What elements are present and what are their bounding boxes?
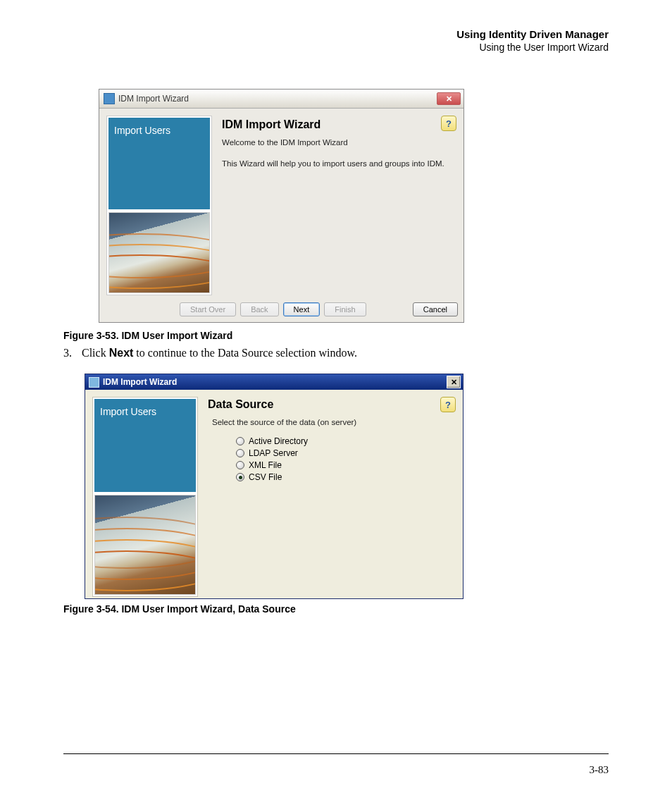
close-icon: ✕	[451, 378, 457, 387]
help-icon: ?	[445, 400, 451, 410]
wizard-description-text: This Wizard will help you to import user…	[222, 159, 452, 168]
next-button[interactable]: Next	[283, 302, 321, 316]
figure-1-caption: Figure 3-53. IDM User Import Wizard	[63, 330, 609, 341]
radio-option-ldap-server[interactable]: LDAP Server	[236, 448, 452, 458]
sidebar-title: Import Users	[114, 125, 170, 136]
footer-rule	[63, 753, 609, 754]
window-title: IDM Import Wizard	[118, 94, 189, 104]
radio-label: CSV File	[249, 472, 282, 482]
radio-icon	[236, 473, 244, 481]
step-number: 3.	[63, 347, 72, 359]
radio-icon	[236, 437, 244, 445]
sidebar-decorative-image	[94, 495, 196, 595]
radio-label: Active Directory	[249, 436, 308, 446]
wizard-heading: Data Source	[208, 398, 452, 411]
page-number: 3-83	[63, 764, 609, 776]
radio-option-xml-file[interactable]: XML File	[236, 460, 452, 470]
page-footer: 3-83	[63, 748, 609, 776]
step-text-post: to continue to the Data Source selection…	[133, 347, 357, 359]
help-button[interactable]: ?	[440, 397, 456, 412]
app-icon	[89, 377, 99, 388]
titlebar: IDM Import Wizard ✕	[85, 374, 463, 390]
close-button[interactable]: ✕	[437, 92, 461, 105]
radio-option-active-directory[interactable]: Active Directory	[236, 436, 452, 446]
sidebar-title: Import Users	[100, 406, 156, 417]
header-title: Using Identity Driven Manager	[63, 28, 609, 42]
radio-icon	[236, 461, 244, 469]
help-icon: ?	[446, 118, 452, 129]
radio-label: XML File	[249, 460, 282, 470]
close-icon: ✕	[446, 94, 452, 104]
wizard-main-panel: ? Data Source Select the source of the d…	[198, 397, 456, 597]
finish-button: Finish	[324, 302, 366, 316]
instruction-step-3: 3. Click Next to continue to the Data So…	[63, 347, 609, 359]
radio-icon	[236, 449, 244, 457]
wizard-dialog-1: IDM Import Wizard ✕ Import Users	[99, 89, 464, 323]
window-title: IDM Import Wizard	[103, 377, 177, 387]
wizard-main-panel: ? IDM Import Wizard Welcome to the IDM I…	[212, 116, 456, 295]
wizard-button-bar: Start Over Back Next Finish Cancel	[99, 297, 463, 322]
start-over-button: Start Over	[180, 302, 236, 316]
page-header: Using Identity Driven Manager Using the …	[63, 28, 609, 54]
data-source-radio-group: Active Directory LDAP Server XML File CS…	[236, 436, 452, 482]
wizard-welcome-text: Welcome to the IDM Import Wizard	[222, 138, 452, 147]
document-page: Using Identity Driven Manager Using the …	[0, 0, 672, 807]
sidebar-decorative-image	[108, 212, 210, 293]
wizard-sidebar: Import Users	[106, 116, 212, 295]
figure-1-container: IDM Import Wizard ✕ Import Users	[99, 89, 609, 323]
wizard-prompt-text: Select the source of the data (on server…	[212, 418, 452, 426]
radio-label: LDAP Server	[249, 448, 298, 458]
header-subtitle: Using the User Import Wizard	[63, 42, 609, 54]
sidebar-title-panel: Import Users	[94, 399, 196, 492]
figure-2-caption: Figure 3-54. IDM User Import Wizard, Dat…	[63, 603, 609, 615]
step-text-pre: Click	[82, 347, 109, 359]
wizard-heading: IDM Import Wizard	[222, 118, 452, 131]
wizard-dialog-2: IDM Import Wizard ✕ Import Users	[85, 374, 463, 599]
titlebar: IDM Import Wizard ✕	[99, 90, 463, 109]
wizard-sidebar: Import Users	[92, 397, 198, 597]
sidebar-title-panel: Import Users	[108, 118, 210, 209]
back-button: Back	[240, 302, 278, 316]
close-button[interactable]: ✕	[447, 376, 461, 388]
cancel-button[interactable]: Cancel	[413, 302, 458, 316]
help-button[interactable]: ?	[441, 116, 456, 131]
step-text-bold: Next	[109, 347, 134, 359]
app-icon	[104, 93, 115, 104]
radio-option-csv-file[interactable]: CSV File	[236, 472, 452, 482]
